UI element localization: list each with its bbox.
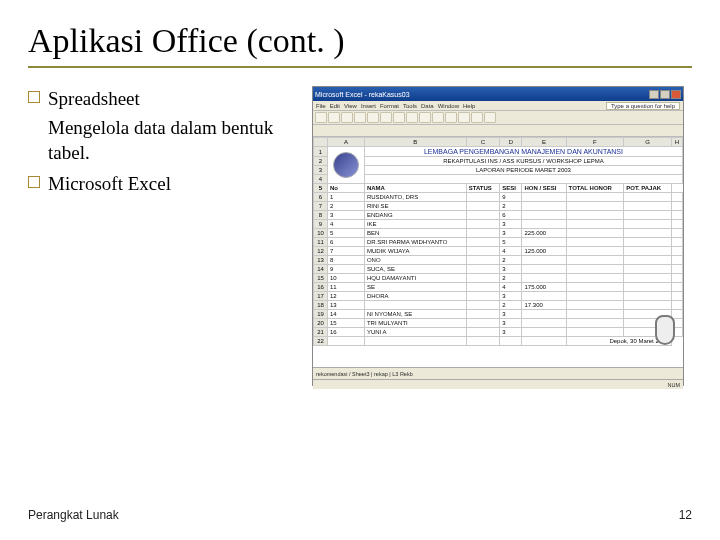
- toolbar-icon: [393, 112, 405, 123]
- table-row: 61RUSDIANTO, DRS9: [314, 193, 683, 202]
- col-header: No: [328, 184, 365, 193]
- cell: 3: [500, 319, 522, 328]
- table-row: 149SUCA, SE3: [314, 265, 683, 274]
- cell: 10: [328, 274, 365, 283]
- cell: [466, 229, 500, 238]
- cell: [671, 301, 682, 310]
- col-header: SESI: [500, 184, 522, 193]
- cell: 3: [500, 265, 522, 274]
- title-underline: [28, 66, 692, 68]
- slide-title: Aplikasi Office (cont. ): [28, 22, 692, 60]
- spreadsheet-table: ABCDEFGH 1 LEMBAGA PENGEMBANGAN MANAJEME…: [313, 137, 683, 346]
- cell: [566, 202, 624, 211]
- cell: 9: [328, 265, 365, 274]
- window-controls: [649, 90, 681, 99]
- bullet-head: Spreadsheet: [48, 86, 140, 111]
- table-row: 116DR.SRI PARMA WIDHYANTO5: [314, 238, 683, 247]
- header-row: 2 REKAPITULASI INS / ASS KURSUS / WORKSH…: [314, 157, 683, 166]
- cell: 4: [500, 247, 522, 256]
- cell: [671, 238, 682, 247]
- cell: [624, 193, 672, 202]
- cell: [466, 256, 500, 265]
- cell: [566, 193, 624, 202]
- col-header: HON / SESI: [522, 184, 566, 193]
- cell: 2: [500, 301, 522, 310]
- cell: [466, 283, 500, 292]
- cell: [522, 193, 566, 202]
- table-row: 72RINI SE2: [314, 202, 683, 211]
- toolbar-icon: [341, 112, 353, 123]
- excel-grid: ABCDEFGH 1 LEMBAGA PENGEMBANGAN MANAJEME…: [313, 137, 683, 367]
- cell: [624, 238, 672, 247]
- cell: [624, 283, 672, 292]
- cell: HQU DAMAYANTI: [364, 274, 466, 283]
- cell: [522, 292, 566, 301]
- cell: [522, 238, 566, 247]
- toolbar-icon: [380, 112, 392, 123]
- cell: [671, 229, 682, 238]
- cell: 125.000: [522, 247, 566, 256]
- bullet-desc: Mengelola data dalam bentuk tabel.: [48, 115, 288, 165]
- cell: [466, 310, 500, 319]
- cell: 225.000: [522, 229, 566, 238]
- table-row: 1510HQU DAMAYANTI2: [314, 274, 683, 283]
- toolbar-icon: [406, 112, 418, 123]
- toolbar-icon: [367, 112, 379, 123]
- cell: [671, 265, 682, 274]
- doc-org-name: LEMBAGA PENGEMBANGAN MANAJEMEN DAN AKUNT…: [364, 147, 682, 157]
- bullet-marker-icon: [28, 176, 40, 188]
- slide-footer: Perangkat Lunak 12: [28, 508, 692, 522]
- toolbar-icon: [458, 112, 470, 123]
- menu-item: Insert: [361, 103, 376, 109]
- cell: [671, 256, 682, 265]
- header-row: 1 LEMBAGA PENGEMBANGAN MANAJEMEN DAN AKU…: [314, 147, 683, 157]
- cell: 3: [500, 220, 522, 229]
- cell: 14: [328, 310, 365, 319]
- cell: [671, 274, 682, 283]
- minimize-icon: [649, 90, 659, 99]
- cell: [671, 247, 682, 256]
- excel-status-bar: NUM: [313, 379, 683, 389]
- cell: [466, 247, 500, 256]
- cell: [466, 328, 500, 337]
- cell: [671, 211, 682, 220]
- doc-subtitle: REKAPITULASI INS / ASS KURSUS / WORKSHOP…: [364, 157, 682, 166]
- cell: 4: [500, 283, 522, 292]
- cell: 5: [500, 238, 522, 247]
- cell: 11: [328, 283, 365, 292]
- bullet-marker-icon: [28, 91, 40, 103]
- excel-toolbar: [313, 111, 683, 125]
- table-row: 83ENDANG6: [314, 211, 683, 220]
- cell: [566, 229, 624, 238]
- cell: ONO: [364, 256, 466, 265]
- cell: [466, 274, 500, 283]
- table-row: 1712DHORA3: [314, 292, 683, 301]
- cell: 2: [500, 256, 522, 265]
- table-row: 2116YUNI A3: [314, 328, 683, 337]
- table-row: 1611SE4175.000: [314, 283, 683, 292]
- cell: 175.000: [522, 283, 566, 292]
- menu-item: Help: [463, 103, 475, 109]
- cell: 4: [328, 220, 365, 229]
- toolbar-icon: [484, 112, 496, 123]
- cell: DHORA: [364, 292, 466, 301]
- table-row: 105BEN3225.000: [314, 229, 683, 238]
- cell: TRI MULYANTI: [364, 319, 466, 328]
- cell: [671, 202, 682, 211]
- column-headers: 5 No NAMA STATUS SESI HON / SESI TOTAL H…: [314, 184, 683, 193]
- toolbar-icon: [471, 112, 483, 123]
- slide-body: Spreadsheet Mengelola data dalam bentuk …: [28, 86, 692, 386]
- cell: [671, 292, 682, 301]
- cell: 5: [328, 229, 365, 238]
- menu-item: View: [344, 103, 357, 109]
- cell: 13: [328, 301, 365, 310]
- cell: 17.300: [522, 301, 566, 310]
- cell: [566, 301, 624, 310]
- close-icon: [671, 90, 681, 99]
- cell: 3: [500, 310, 522, 319]
- cell: [624, 265, 672, 274]
- cell: [624, 274, 672, 283]
- cell: 3: [500, 292, 522, 301]
- toolbar-icon: [419, 112, 431, 123]
- cell: [624, 292, 672, 301]
